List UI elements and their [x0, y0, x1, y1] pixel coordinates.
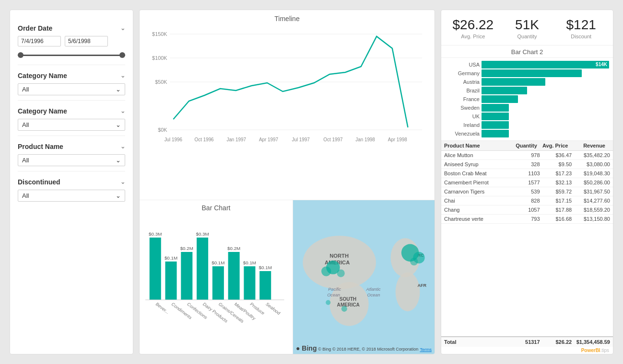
svg-text:$0.2M: $0.2M	[180, 246, 193, 251]
category-name-2-filter: Category Name ⌄ All ⌄	[18, 101, 125, 136]
bc2-bar: $11K	[482, 69, 582, 77]
slider-thumb-right[interactable]	[119, 52, 125, 58]
svg-text:Oct 1997: Oct 1997	[323, 137, 343, 142]
svg-text:$0.1M: $0.1M	[165, 255, 177, 261]
table-total-row: Total 51317 $26.22 $1,354,458.59	[441, 336, 613, 347]
date-from-input[interactable]	[18, 36, 61, 46]
map-terms-link[interactable]: Terms	[420, 347, 432, 352]
quantity-value: 51K	[500, 18, 554, 33]
td-avg-price: $17.88	[540, 207, 572, 213]
table-row[interactable]: Camembert Pierrot 1577 $32.13 $50,286.00	[441, 178, 613, 187]
svg-text:Jul 1997: Jul 1997	[292, 137, 310, 142]
td-avg-price: $32.13	[540, 180, 572, 185]
timeline-title: Timeline	[147, 15, 427, 23]
bottom-charts: Bar Chart $0.3M $0.1M $0.2M $0.3M	[140, 200, 435, 354]
category-name-1-dropdown[interactable]: All ⌄	[18, 83, 125, 95]
powerbi-watermark: PowerBI.tips	[441, 347, 613, 354]
order-date-filter: Order Date ⌄	[18, 18, 125, 65]
td-quantity: 539	[508, 189, 540, 194]
svg-text:AMERICA: AMERICA	[337, 302, 360, 307]
td-quantity: 793	[508, 216, 540, 222]
kpi-discount: $121 Discount	[554, 18, 608, 39]
avg-price-value: $26.22	[446, 18, 500, 33]
quantity-label: Quantity	[500, 34, 554, 39]
slider-thumb-left[interactable]	[18, 52, 24, 58]
bc2-row: Ireland $3K	[445, 121, 609, 129]
bc2-bar: $3K	[482, 113, 509, 120]
dashboard: Order Date ⌄ Category Name ⌄ All ⌄	[0, 0, 623, 364]
td-revenue: $18,559.20	[572, 207, 610, 213]
svg-text:Jan 1998: Jan 1998	[355, 137, 375, 142]
bc2-row: Venezuela $3K	[445, 130, 609, 137]
svg-text:Jul 1996: Jul 1996	[165, 137, 183, 142]
table-row[interactable]: Alice Mutton 978 $36.47 $35,482.20	[441, 151, 613, 160]
discontinued-dropdown[interactable]: All ⌄	[18, 190, 125, 202]
table-row[interactable]: Aniseed Syrup 328 $9.50 $3,080.00	[441, 160, 613, 169]
svg-point-62	[341, 306, 347, 311]
table-header: Product Name Quantity Avg. Price Revenue	[441, 141, 613, 151]
product-name-filter: Product Name ⌄ All ⌄	[18, 136, 125, 171]
table-row[interactable]: Chang 1057 $17.88 $18,559.20	[441, 205, 613, 215]
chevron-down-icon: ⌄	[120, 72, 125, 79]
svg-point-63	[326, 300, 330, 305]
bc2-country-label: Austria	[445, 79, 480, 85]
th-revenue: Revenue	[568, 143, 605, 148]
svg-point-45	[396, 272, 420, 311]
bc2-row: Austria $7K	[445, 78, 609, 86]
bc2-bar-value: $3K	[599, 113, 607, 120]
order-date-label[interactable]: Order Date ⌄	[18, 24, 125, 32]
svg-text:Apr 1998: Apr 1998	[388, 137, 408, 142]
date-range-row	[18, 36, 125, 46]
td-quantity: 1057	[508, 207, 540, 213]
td-revenue: $13,150.80	[572, 216, 610, 222]
svg-text:Ocean: Ocean	[367, 293, 380, 297]
td-revenue: $14,277.60	[572, 198, 610, 204]
table-row[interactable]: Chartreuse verte 793 $16.68 $13,150.80	[441, 215, 613, 224]
bc2-bar-container: $4K	[482, 95, 609, 103]
td-revenue: $19,048.30	[572, 171, 610, 176]
table-row[interactable]: Chai 828 $17.15 $14,277.60	[441, 196, 613, 205]
left-panel: Order Date ⌄ Category Name ⌄ All ⌄	[10, 10, 133, 354]
svg-rect-18	[165, 262, 177, 300]
table-row[interactable]: Carnarvon Tigers 539 $59.72 $31,967.50	[441, 187, 613, 196]
svg-text:$0.2M: $0.2M	[227, 246, 240, 251]
bc2-bar-container: $3K	[482, 113, 609, 120]
total-revenue: $1,354,458.59	[572, 339, 610, 345]
bc2-country-label: Venezuela	[445, 131, 480, 136]
bc2-bar-value: $3K	[599, 130, 607, 137]
bc2-bar-value: $11K	[596, 69, 607, 77]
total-label: Total	[444, 339, 508, 345]
svg-rect-24	[212, 266, 224, 300]
bc2-bar-value: $4K	[599, 95, 607, 103]
svg-text:Apr 1997: Apr 1997	[259, 137, 279, 142]
timeline-section: Timeline $150K $100K $50K $0K Jul 1996 O…	[140, 10, 435, 200]
bc2-row: USA $14K	[445, 61, 609, 68]
bc2-row: Germany $11K	[445, 69, 609, 77]
bc2-bar-container: $3K	[482, 130, 609, 137]
product-name-dropdown[interactable]: All ⌄	[18, 154, 125, 166]
category-name-1-label: Category Name ⌄	[18, 72, 125, 80]
bc2-bar: $5K	[482, 87, 527, 94]
bc2-row: France $4K	[445, 95, 609, 103]
discount-label: Discount	[554, 34, 608, 39]
svg-rect-30	[259, 271, 271, 300]
svg-text:Atlantic: Atlantic	[366, 287, 381, 292]
category-name-2-dropdown[interactable]: All ⌄	[18, 119, 125, 131]
svg-text:Jan 1997: Jan 1997	[226, 137, 246, 142]
timeline-chart: $150K $100K $50K $0K Jul 1996 Oct 1996 J…	[147, 24, 427, 149]
bc2-bar-container: $14K	[482, 61, 609, 68]
bar-chart2-rows: USA $14K Germany $11K Austria $7K Brazil	[441, 58, 613, 140]
td-avg-price: $36.47	[540, 152, 572, 158]
dropdown-chevron-icon: ⌄	[116, 86, 121, 93]
td-quantity: 828	[508, 198, 540, 204]
svg-text:Oct 1996: Oct 1996	[195, 137, 214, 142]
date-to-input[interactable]	[65, 36, 108, 46]
dropdown-chevron-icon: ⌄	[116, 121, 121, 128]
date-slider[interactable]	[18, 50, 125, 60]
table-row[interactable]: Boston Crab Meat 1103 $17.23 $19,048.30	[441, 169, 613, 178]
td-avg-price: $9.50	[540, 161, 572, 167]
table-body[interactable]: Alice Mutton 978 $36.47 $35,482.20 Anise…	[441, 151, 613, 336]
bc2-bar-container: $5K	[482, 87, 609, 94]
td-avg-price: $17.15	[540, 198, 572, 204]
th-avg-price: Avg. Price	[537, 143, 568, 148]
